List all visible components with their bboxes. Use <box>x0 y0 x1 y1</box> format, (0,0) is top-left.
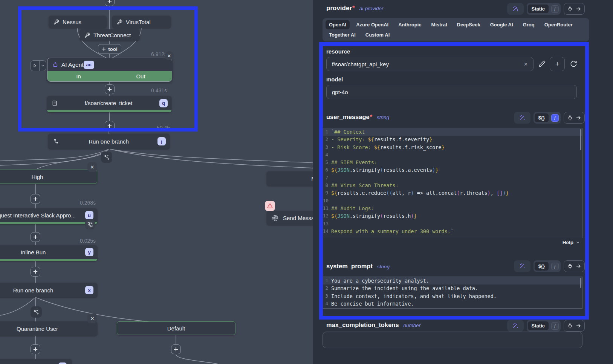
node-branch-default[interactable]: Default <box>117 321 235 335</box>
provider-tabs[interactable]: OpenAIAzure OpenAIAnthropicMistralDeepSe… <box>323 18 589 41</box>
input-mode-toggle[interactable]: ${} ƒ <box>534 260 561 272</box>
resource-input[interactable]: f/soar/chatgpt_api_key ✕ <box>326 57 534 71</box>
system-prompt-editor[interactable]: 1You are a cybersecurity analyst.2Summar… <box>323 277 582 309</box>
add-node-connector[interactable] <box>105 84 115 94</box>
help-label[interactable]: Help <box>563 240 573 245</box>
edit-resource-button[interactable] <box>538 60 546 67</box>
node-ai-agent[interactable]: AI Agent ac In Out <box>47 58 172 82</box>
code-line[interactable]: 3- Risk Score: ${results.f.risk_score} <box>323 144 582 151</box>
code-line[interactable]: 4 <box>323 151 582 159</box>
plug-icon[interactable] <box>567 6 573 12</box>
plug-icon[interactable] <box>567 264 573 269</box>
provider-tab-openai[interactable]: OpenAI <box>326 20 350 29</box>
provider-tab-openrouter[interactable]: OpenRouter <box>541 20 576 29</box>
code-line[interactable]: 7 <box>323 174 582 182</box>
phone-incoming-icon[interactable] <box>85 220 95 229</box>
chevron-down-icon[interactable] <box>40 64 46 67</box>
code-line[interactable]: 9${results.e.reduce((all, r) => all.conc… <box>323 189 582 197</box>
code-line[interactable]: 1You are a cybersecurity analyst. <box>323 277 582 284</box>
editor-scrollbar[interactable] <box>580 129 581 150</box>
plug-icon[interactable] <box>567 323 573 329</box>
ai-autofill-button[interactable] <box>507 3 524 15</box>
user-message-editor[interactable]: 1`## Context2- Severity: ${results.f.sev… <box>323 128 582 238</box>
add-node-connector[interactable] <box>105 0 115 6</box>
ai-agent-ports[interactable]: In Out <box>47 71 172 81</box>
provider-tab-custom-ai[interactable]: Custom AI <box>362 30 393 40</box>
input-mode-toggle[interactable]: Static ƒ <box>527 3 561 15</box>
play-icon[interactable] <box>31 61 40 71</box>
function-mode-icon[interactable]: ƒ <box>551 5 559 13</box>
code-line[interactable]: 5## SIEM Events: <box>323 159 582 166</box>
editor-scrollbar[interactable] <box>580 278 581 288</box>
node-run-one-branch-2[interactable]: Run one branch x <box>0 283 97 297</box>
clear-icon[interactable]: ✕ <box>524 61 528 67</box>
input-mode-toggle[interactable]: ${} ƒ <box>534 112 561 124</box>
node-inline-bun[interactable]: Inline Bun y <box>0 245 97 261</box>
mode-static[interactable]: Static <box>528 321 549 330</box>
node-threatconnect[interactable]: ThreatConnect <box>80 29 139 41</box>
add-node-connector[interactable] <box>31 267 40 277</box>
input-mode-toggle[interactable]: Static ƒ <box>527 320 561 332</box>
plug-icon[interactable] <box>567 115 573 121</box>
provider-tab-together-ai[interactable]: Together AI <box>326 30 359 40</box>
mode-expression[interactable]: ${} <box>535 262 549 271</box>
code-line[interactable]: 11## Audit Logs: <box>323 205 582 212</box>
connection-buttons[interactable] <box>564 320 585 332</box>
node-branch-high[interactable]: High <box>0 170 97 184</box>
provider-tab-anthropic[interactable]: Anthropic <box>395 20 425 29</box>
add-node-connector[interactable] <box>31 344 40 354</box>
add-node-connector[interactable] <box>31 194 40 204</box>
node-nessus[interactable]: Nessus <box>49 16 107 28</box>
close-icon[interactable]: ✕ <box>87 314 97 323</box>
close-icon[interactable]: ✕ <box>165 51 174 60</box>
node-run-one-branch-1[interactable]: Run one branch j <box>48 134 170 149</box>
add-node-connector[interactable] <box>31 232 40 242</box>
refresh-resources-button[interactable] <box>570 60 577 67</box>
add-branch-icon[interactable] <box>101 151 112 163</box>
code-line[interactable]: 8## Virus Scan Threats: <box>323 182 582 189</box>
connection-buttons[interactable] <box>564 112 585 124</box>
node-slack-approval[interactable]: Request Interactive Slack Appro... u <box>0 208 97 224</box>
close-icon[interactable]: ✕ <box>87 162 97 172</box>
port-out[interactable]: Out <box>110 73 172 80</box>
code-line[interactable]: 2Summarize the incident using the availa… <box>323 284 582 292</box>
provider-tab-groq[interactable]: Groq <box>520 20 538 29</box>
tool-pill[interactable]: tool <box>98 44 121 54</box>
add-branch-icon[interactable] <box>31 306 42 318</box>
connection-buttons[interactable] <box>564 260 585 272</box>
model-input[interactable]: gpt-4o <box>326 85 577 99</box>
node-partial-bottom[interactable] <box>0 359 72 364</box>
provider-tab-mistral[interactable]: Mistral <box>428 20 451 29</box>
arrow-right-icon[interactable] <box>576 6 581 12</box>
arrow-right-icon[interactable] <box>576 263 581 269</box>
node-virustotal[interactable]: VirusTotal <box>112 16 171 28</box>
code-line[interactable]: 14Respond with a summary under 300 words… <box>323 228 582 235</box>
code-line[interactable]: 12${JSON.stringify(results.h)} <box>323 212 582 220</box>
create-resource-button[interactable]: + <box>550 57 565 71</box>
mode-expression[interactable]: ${} <box>535 113 549 122</box>
add-node-connector[interactable] <box>105 121 115 131</box>
run-node-button[interactable] <box>30 60 46 71</box>
code-line[interactable]: 10 <box>323 197 582 205</box>
error-badge[interactable] <box>265 201 275 211</box>
function-mode-icon[interactable]: ƒ <box>551 263 559 270</box>
code-line[interactable]: 13 <box>323 220 582 228</box>
node-quarantine-user[interactable]: Quarantine User <box>0 321 97 336</box>
provider-tab-google-ai[interactable]: Google AI <box>487 20 517 29</box>
node-send-message[interactable]: Send Message <box>267 211 313 225</box>
connection-buttons[interactable] <box>564 3 585 15</box>
code-line[interactable]: 4Be concise but informative. <box>323 300 582 307</box>
ai-autofill-button[interactable] <box>507 320 524 332</box>
node-branch-medium[interactable]: Medium <box>267 171 313 186</box>
arrow-right-icon[interactable] <box>576 115 581 121</box>
code-line[interactable]: 3Include context, indicators, and what l… <box>323 292 582 300</box>
add-node-connector[interactable] <box>171 344 181 354</box>
code-line[interactable]: 2- Severity: ${results.f.severity} <box>323 136 582 143</box>
function-mode-icon[interactable]: ƒ <box>551 322 559 330</box>
provider-tab-azure-openai[interactable]: Azure OpenAI <box>353 20 392 29</box>
function-mode-icon[interactable]: ƒ <box>551 114 559 122</box>
node-create-ticket[interactable]: f/soar/create_ticket q <box>47 96 171 112</box>
provider-tab-deepseek[interactable]: DeepSeek <box>454 20 484 29</box>
workflow-canvas[interactable]: Nessus VirusTotal ThreatConnect tool 6.9… <box>0 0 313 364</box>
code-line[interactable]: 6${JSON.stringify(results.a.events)} <box>323 166 582 174</box>
